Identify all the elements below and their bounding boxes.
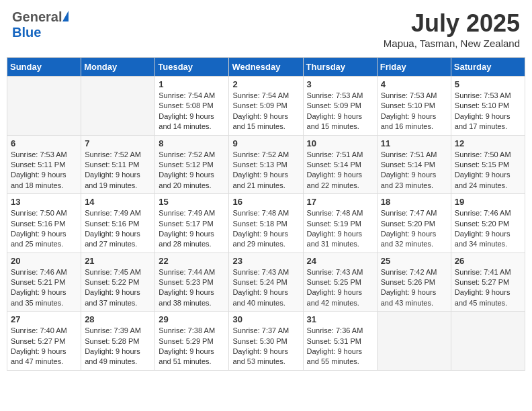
day-number: 3 bbox=[307, 79, 373, 89]
calendar-cell: 23Sunrise: 7:43 AM Sunset: 5:24 PM Dayli… bbox=[229, 253, 303, 312]
calendar-cell: 15Sunrise: 7:49 AM Sunset: 5:17 PM Dayli… bbox=[155, 194, 229, 253]
day-number: 29 bbox=[159, 314, 225, 324]
day-info: Sunrise: 7:52 AM Sunset: 5:11 PM Dayligh… bbox=[85, 150, 151, 191]
day-number: 23 bbox=[232, 256, 299, 266]
calendar-cell: 11Sunrise: 7:51 AM Sunset: 5:14 PM Dayli… bbox=[377, 135, 451, 194]
day-info: Sunrise: 7:50 AM Sunset: 5:15 PM Dayligh… bbox=[455, 150, 521, 191]
calendar-cell: 13Sunrise: 7:50 AM Sunset: 5:16 PM Dayli… bbox=[7, 194, 81, 253]
title-section: July 2025 Mapua, Tasman, New Zealand bbox=[384, 9, 520, 49]
calendar-cell: 25Sunrise: 7:42 AM Sunset: 5:26 PM Dayli… bbox=[377, 253, 451, 312]
day-number: 1 bbox=[159, 79, 225, 89]
calendar-cell: 3Sunrise: 7:53 AM Sunset: 5:09 PM Daylig… bbox=[303, 77, 377, 136]
day-number: 30 bbox=[232, 314, 299, 324]
day-info: Sunrise: 7:37 AM Sunset: 5:30 PM Dayligh… bbox=[232, 326, 299, 367]
calendar-cell bbox=[81, 77, 155, 136]
day-number: 17 bbox=[307, 197, 373, 207]
day-info: Sunrise: 7:53 AM Sunset: 5:10 PM Dayligh… bbox=[455, 91, 521, 132]
day-number: 16 bbox=[232, 197, 299, 207]
calendar-day-header: Thursday bbox=[303, 58, 377, 77]
page-header: General Blue July 2025 Mapua, Tasman, Ne… bbox=[7, 7, 525, 52]
calendar-week-row: 13Sunrise: 7:50 AM Sunset: 5:16 PM Dayli… bbox=[7, 194, 525, 253]
day-number: 14 bbox=[85, 197, 151, 207]
day-number: 12 bbox=[455, 138, 521, 148]
day-info: Sunrise: 7:54 AM Sunset: 5:08 PM Dayligh… bbox=[159, 91, 225, 132]
day-number: 7 bbox=[85, 138, 151, 148]
calendar-cell: 2Sunrise: 7:54 AM Sunset: 5:09 PM Daylig… bbox=[229, 77, 303, 136]
day-number: 28 bbox=[85, 314, 151, 324]
calendar-cell: 29Sunrise: 7:38 AM Sunset: 5:29 PM Dayli… bbox=[155, 312, 229, 371]
day-number: 15 bbox=[159, 197, 225, 207]
logo: General Blue bbox=[12, 9, 69, 40]
day-number: 11 bbox=[381, 138, 447, 148]
day-number: 8 bbox=[159, 138, 225, 148]
day-number: 6 bbox=[11, 138, 77, 148]
calendar-cell bbox=[7, 77, 81, 136]
day-info: Sunrise: 7:46 AM Sunset: 5:20 PM Dayligh… bbox=[455, 208, 521, 250]
logo-triangle-icon bbox=[62, 11, 69, 21]
day-info: Sunrise: 7:51 AM Sunset: 5:14 PM Dayligh… bbox=[307, 150, 373, 191]
calendar-day-header: Saturday bbox=[451, 58, 525, 77]
calendar-cell: 5Sunrise: 7:53 AM Sunset: 5:10 PM Daylig… bbox=[451, 77, 525, 136]
calendar-day-header: Tuesday bbox=[155, 58, 229, 77]
calendar-cell: 30Sunrise: 7:37 AM Sunset: 5:30 PM Dayli… bbox=[229, 312, 303, 371]
calendar-table: SundayMondayTuesdayWednesdayThursdayFrid… bbox=[7, 57, 525, 371]
day-info: Sunrise: 7:53 AM Sunset: 5:11 PM Dayligh… bbox=[11, 150, 77, 191]
calendar-header-row: SundayMondayTuesdayWednesdayThursdayFrid… bbox=[7, 58, 525, 77]
calendar-cell: 1Sunrise: 7:54 AM Sunset: 5:08 PM Daylig… bbox=[155, 77, 229, 136]
calendar-cell: 19Sunrise: 7:46 AM Sunset: 5:20 PM Dayli… bbox=[451, 194, 525, 253]
calendar-cell: 24Sunrise: 7:43 AM Sunset: 5:25 PM Dayli… bbox=[303, 253, 377, 312]
calendar-cell: 31Sunrise: 7:36 AM Sunset: 5:31 PM Dayli… bbox=[303, 312, 377, 371]
calendar-cell bbox=[377, 312, 451, 371]
calendar-cell: 4Sunrise: 7:53 AM Sunset: 5:10 PM Daylig… bbox=[377, 77, 451, 136]
day-info: Sunrise: 7:39 AM Sunset: 5:28 PM Dayligh… bbox=[85, 326, 151, 367]
day-info: Sunrise: 7:54 AM Sunset: 5:09 PM Dayligh… bbox=[232, 91, 299, 132]
calendar-cell: 26Sunrise: 7:41 AM Sunset: 5:27 PM Dayli… bbox=[451, 253, 525, 312]
calendar-cell: 21Sunrise: 7:45 AM Sunset: 5:22 PM Dayli… bbox=[81, 253, 155, 312]
calendar-cell: 18Sunrise: 7:47 AM Sunset: 5:20 PM Dayli… bbox=[377, 194, 451, 253]
day-info: Sunrise: 7:41 AM Sunset: 5:27 PM Dayligh… bbox=[455, 267, 521, 309]
day-info: Sunrise: 7:44 AM Sunset: 5:23 PM Dayligh… bbox=[159, 267, 225, 309]
day-info: Sunrise: 7:38 AM Sunset: 5:29 PM Dayligh… bbox=[159, 326, 225, 367]
day-number: 18 bbox=[381, 197, 447, 207]
calendar-cell: 16Sunrise: 7:48 AM Sunset: 5:18 PM Dayli… bbox=[229, 194, 303, 253]
day-info: Sunrise: 7:51 AM Sunset: 5:14 PM Dayligh… bbox=[381, 150, 447, 191]
calendar-cell bbox=[451, 312, 525, 371]
day-number: 31 bbox=[307, 314, 373, 324]
day-info: Sunrise: 7:52 AM Sunset: 5:12 PM Dayligh… bbox=[159, 150, 225, 191]
calendar-cell: 20Sunrise: 7:46 AM Sunset: 5:21 PM Dayli… bbox=[7, 253, 81, 312]
day-number: 24 bbox=[307, 256, 373, 266]
day-number: 22 bbox=[159, 256, 225, 266]
calendar-cell: 6Sunrise: 7:53 AM Sunset: 5:11 PM Daylig… bbox=[7, 135, 81, 194]
day-info: Sunrise: 7:50 AM Sunset: 5:16 PM Dayligh… bbox=[11, 208, 77, 250]
day-info: Sunrise: 7:43 AM Sunset: 5:25 PM Dayligh… bbox=[307, 267, 373, 309]
day-info: Sunrise: 7:46 AM Sunset: 5:21 PM Dayligh… bbox=[11, 267, 77, 309]
calendar-cell: 9Sunrise: 7:52 AM Sunset: 5:13 PM Daylig… bbox=[229, 135, 303, 194]
day-number: 26 bbox=[455, 256, 521, 266]
calendar-cell: 14Sunrise: 7:49 AM Sunset: 5:16 PM Dayli… bbox=[81, 194, 155, 253]
day-number: 2 bbox=[232, 79, 299, 89]
day-info: Sunrise: 7:42 AM Sunset: 5:26 PM Dayligh… bbox=[381, 267, 447, 309]
day-info: Sunrise: 7:53 AM Sunset: 5:09 PM Dayligh… bbox=[307, 91, 373, 132]
day-number: 20 bbox=[11, 256, 77, 266]
calendar-day-header: Friday bbox=[377, 58, 451, 77]
day-number: 25 bbox=[381, 256, 447, 266]
logo-blue-text: Blue bbox=[12, 25, 41, 40]
day-number: 5 bbox=[455, 79, 521, 89]
calendar-day-header: Monday bbox=[81, 58, 155, 77]
calendar-day-header: Sunday bbox=[7, 58, 81, 77]
day-info: Sunrise: 7:36 AM Sunset: 5:31 PM Dayligh… bbox=[307, 326, 373, 367]
day-number: 13 bbox=[11, 197, 77, 207]
day-number: 21 bbox=[85, 256, 151, 266]
day-number: 9 bbox=[232, 138, 299, 148]
logo-general-text: General bbox=[12, 9, 62, 25]
month-title: July 2025 bbox=[384, 9, 520, 38]
calendar-cell: 10Sunrise: 7:51 AM Sunset: 5:14 PM Dayli… bbox=[303, 135, 377, 194]
calendar-cell: 8Sunrise: 7:52 AM Sunset: 5:12 PM Daylig… bbox=[155, 135, 229, 194]
day-info: Sunrise: 7:49 AM Sunset: 5:17 PM Dayligh… bbox=[159, 208, 225, 250]
day-number: 10 bbox=[307, 138, 373, 148]
day-number: 27 bbox=[11, 314, 77, 324]
day-info: Sunrise: 7:43 AM Sunset: 5:24 PM Dayligh… bbox=[232, 267, 299, 309]
day-info: Sunrise: 7:48 AM Sunset: 5:18 PM Dayligh… bbox=[232, 208, 299, 250]
calendar-cell: 27Sunrise: 7:40 AM Sunset: 5:27 PM Dayli… bbox=[7, 312, 81, 371]
day-info: Sunrise: 7:52 AM Sunset: 5:13 PM Dayligh… bbox=[232, 150, 299, 191]
